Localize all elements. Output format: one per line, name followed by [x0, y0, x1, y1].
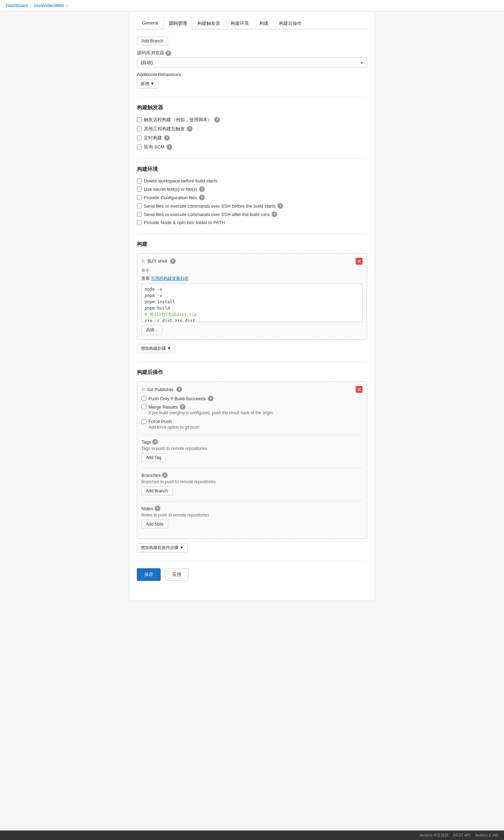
trigger-option-3: 轮询 SCM ? [137, 144, 367, 150]
notes-desc: Notes to push to remote repositories [141, 513, 363, 518]
trigger-help-1[interactable]: ? [187, 126, 192, 132]
add-note-button[interactable]: Add Note [141, 520, 168, 529]
shell-help-icon[interactable]: ? [170, 258, 176, 264]
env-label-4: Send files or execute commands over SSH … [144, 212, 270, 217]
env-checkbox-0[interactable] [137, 179, 142, 183]
add-behaviour-button[interactable]: 新增 ▼ [137, 79, 158, 89]
env-help-1[interactable]: ? [199, 186, 205, 192]
env-label-5: Provide Node & npm bin/ folder to PATH [144, 220, 225, 225]
add-post-step-button[interactable]: 增加构建后操作步骤 ▼ [137, 543, 188, 553]
push-only-help-icon[interactable]: ? [208, 396, 214, 401]
notes-section: Notes ? Notes to push to remote reposito… [141, 506, 363, 529]
trigger-label-2: 定时构建 [144, 135, 162, 141]
trigger-option-0: 触发远程构建（例如，使用脚本） ? [137, 117, 367, 123]
add-branch-button[interactable]: Add Branch [137, 36, 168, 46]
branches-section: Branches ? Branches to push to remote re… [141, 472, 363, 495]
branches-help-icon[interactable]: ? [162, 472, 168, 478]
drag-handle-icon[interactable]: ≡ [141, 258, 145, 264]
env-help-3[interactable]: ? [278, 203, 283, 209]
separator-5 [137, 561, 367, 561]
tab-build-env[interactable]: 构建环境 [225, 17, 254, 29]
trigger-label-0: 触发远程构建（例如，使用脚本） [144, 117, 212, 123]
force-push-desc: Add force option to git push [148, 425, 363, 430]
git-publisher-close-button[interactable]: ✕ [356, 386, 363, 393]
trigger-label-1: 其他工程构建后触发 [144, 126, 185, 132]
separator-1 [137, 97, 367, 97]
env-option-3: Send files or execute commands over SSH … [137, 203, 367, 209]
separator-2 [137, 159, 367, 159]
build-section: 构建 ≡ 执行 shell ? ✕ 命令 查看 可用的构建变量列表 node -… [137, 241, 367, 353]
tab-source-mgmt[interactable]: 源码管理 [163, 17, 192, 29]
env-option-2: Provide Configuration files ? [137, 195, 367, 200]
trigger-help-0[interactable]: ? [214, 117, 220, 123]
repo-browser-help-icon[interactable]: ? [166, 50, 171, 56]
add-build-step-button[interactable]: 增加构建步骤 ▼ [137, 344, 175, 353]
env-help-2[interactable]: ? [199, 195, 205, 200]
env-checkbox-5[interactable] [137, 220, 142, 225]
branches-label: Branches [141, 473, 161, 478]
env-link[interactable]: 可用的构建变量列表 [151, 276, 189, 281]
breadcrumb-dashboard[interactable]: Dashboard [6, 3, 28, 8]
tags-label: Tags [141, 439, 151, 445]
separator-4 [137, 362, 367, 362]
additional-behaviours-section: Additional Behaviours 新增 ▼ [137, 72, 367, 89]
push-only-row: Push Only If Build Succeeds ? [141, 396, 363, 401]
add-tag-button[interactable]: Add Tag [141, 453, 166, 462]
repo-browser-select[interactable]: (自动) [137, 57, 367, 68]
trigger-checkbox-3[interactable] [137, 145, 142, 150]
shell-close-button[interactable]: ✕ [356, 258, 363, 265]
shell-title: 执行 shell [147, 258, 167, 264]
action-buttons: 保存 应用 [137, 568, 367, 581]
footer-community-link[interactable]: Jenkins 中文社区 [419, 833, 449, 837]
env-checkbox-1[interactable] [137, 187, 142, 192]
merge-results-label: Merge Results [148, 404, 178, 410]
separator-3 [137, 234, 367, 234]
push-only-label: Push Only If Build Succeeds [148, 396, 206, 401]
trigger-option-1: 其他工程构建后触发 ? [137, 126, 367, 132]
merge-results-help-icon[interactable]: ? [180, 404, 186, 410]
env-checkbox-3[interactable] [137, 203, 142, 208]
add-branch-postbuild-button[interactable]: Add Branch [141, 486, 173, 495]
breadcrumb-project[interactable]: JavaVideoWeb [34, 3, 64, 8]
build-triggers-title: 构建触发器 [137, 104, 367, 112]
env-checkbox-4[interactable] [137, 212, 142, 217]
tab-general[interactable]: General [137, 17, 163, 29]
notes-label: Notes [141, 506, 153, 511]
notes-help-icon[interactable]: ? [155, 506, 160, 511]
git-inner-sep-2 [141, 468, 363, 468]
push-only-checkbox[interactable] [141, 396, 146, 401]
force-push-checkbox[interactable] [141, 419, 146, 424]
trigger-checkbox-1[interactable] [137, 126, 142, 131]
git-publisher-drag-icon[interactable]: ≡ [141, 386, 145, 393]
env-link-area: 查看 可用的构建变量列表 [141, 276, 363, 282]
tab-build[interactable]: 构建 [254, 17, 274, 29]
trigger-option-2: 定时构建 ? [137, 135, 367, 141]
tabs-bar: General 源码管理 构建触发器 构建环境 构建 构建后操作 [137, 17, 367, 29]
shell-code-area[interactable]: node -v pnpm -v pnpm install pnpm build … [141, 284, 363, 322]
advanced-button[interactable]: 高级... [141, 325, 162, 335]
shell-box: ≡ 执行 shell ? ✕ 命令 查看 可用的构建变量列表 node -v p… [137, 253, 367, 340]
env-label-3: Send files or execute commands over SSH … [144, 203, 275, 209]
trigger-checkbox-2[interactable] [137, 136, 142, 140]
trigger-help-3[interactable]: ? [167, 144, 172, 150]
env-help-4[interactable]: ? [272, 211, 277, 217]
trigger-help-2[interactable]: ? [164, 135, 170, 141]
footer-rest-api-link[interactable]: REST API [453, 833, 470, 837]
force-push-label: Force Push [148, 419, 172, 424]
trigger-checkbox-0[interactable] [137, 117, 142, 122]
merge-desc: If pre-build merging is configured, push… [148, 410, 363, 415]
git-publisher-help-icon[interactable]: ? [176, 387, 182, 392]
breadcrumb: Dashboard › JavaVideoWeb › [0, 0, 504, 11]
source-mgmt-section: Add Branch 源码库浏览器 ? (自动) Additional Beha… [137, 36, 367, 89]
tags-desc: Tags to push to remote repositories [141, 446, 363, 451]
build-env-section: 构建环境 Delete workspace before build start… [137, 166, 367, 225]
merge-results-checkbox[interactable] [141, 404, 146, 409]
save-button[interactable]: 保存 [137, 568, 161, 581]
tags-help-icon[interactable]: ? [152, 439, 158, 445]
additional-behaviours-label: Additional Behaviours [137, 72, 367, 77]
apply-button[interactable]: 应用 [165, 568, 189, 581]
force-push-row: Force Push [141, 419, 363, 424]
tab-build-triggers[interactable]: 构建触发器 [192, 17, 225, 29]
env-checkbox-2[interactable] [137, 195, 142, 200]
tab-post-build[interactable]: 构建后操作 [274, 17, 307, 29]
